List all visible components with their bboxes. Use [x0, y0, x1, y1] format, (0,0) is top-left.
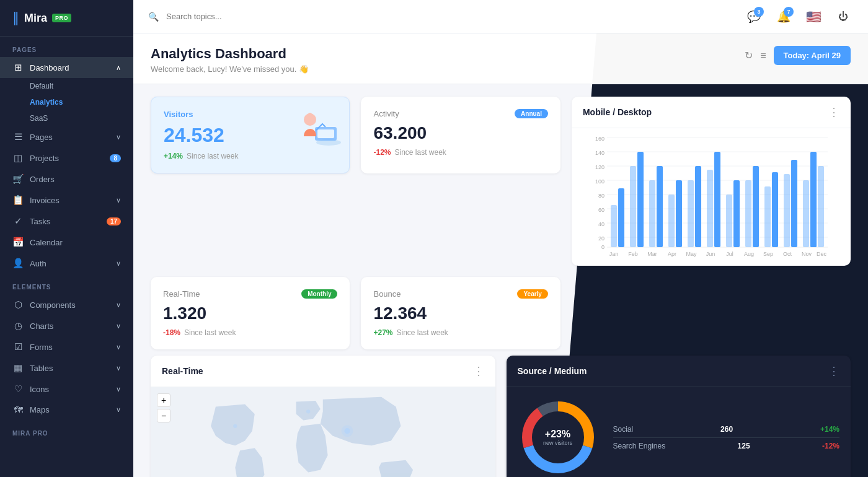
icons-icon: ♡ — [12, 383, 24, 395]
auth-icon: 👤 — [12, 258, 24, 269]
svg-text:Jan: Jan — [609, 251, 619, 257]
sidebar-item-orders[interactable]: 🛒 Orders — [0, 168, 133, 190]
bounce-change-value: +27% — [373, 328, 392, 337]
sidebar-item-analytics[interactable]: Analytics — [30, 94, 133, 110]
sidebar-item-dashboard[interactable]: ⊞ Dashboard ∧ — [0, 57, 133, 78]
search-input[interactable] — [166, 12, 737, 21]
bounce-label: Bounce — [373, 289, 401, 299]
svg-rect-23 — [611, 205, 617, 247]
activity-since: Since last week — [394, 148, 446, 157]
components-label: Components — [30, 300, 76, 310]
section-label-mirapro: MIRA PRO — [0, 420, 133, 440]
refresh-icon[interactable]: ↻ — [745, 50, 753, 61]
app-name: Mira — [24, 12, 47, 25]
components-icon: ⬡ — [12, 299, 24, 310]
sidebar-item-charts[interactable]: ◷ Charts ∨ — [0, 315, 133, 336]
page-title: Analytics Dashboard — [151, 46, 309, 62]
sidebar-item-maps[interactable]: 🗺 Maps ∨ — [0, 400, 133, 420]
sidebar-item-invoices[interactable]: 📋 Invoices ∨ — [0, 190, 133, 211]
lower-section: Real-Time ⋮ + − — [133, 356, 868, 477]
tasks-icon: ✓ — [12, 216, 24, 227]
realtime-badge: Monthly — [301, 289, 337, 299]
donut-center-sub: new visitors — [543, 440, 572, 446]
chart-card-mobile-desktop: Mobile / Desktop ⋮ 160 140 120 100 80 — [572, 97, 851, 266]
svg-text:120: 120 — [595, 164, 604, 170]
forms-label: Forms — [30, 343, 53, 352]
svg-rect-29 — [668, 195, 675, 247]
charts-icon: ◷ — [12, 320, 24, 331]
stat-card-bounce: Bounce Yearly 12.364 +27% Since last wee… — [361, 277, 560, 349]
alerts-badge: 7 — [784, 7, 794, 17]
svg-rect-33 — [707, 170, 713, 247]
notifications-button[interactable]: 💬 3 — [744, 7, 764, 27]
source-search-change: -12% — [822, 442, 839, 450]
dashboard-icon: ⊞ — [12, 62, 24, 73]
empty-space — [572, 277, 851, 349]
filter-icon[interactable]: ≡ — [760, 50, 766, 61]
charts-label: Charts — [30, 322, 53, 331]
svg-rect-43 — [803, 180, 809, 247]
realtime-change-value: -18% — [163, 328, 180, 337]
alerts-button[interactable]: 🔔 7 — [774, 7, 794, 27]
page-header-right: ↻ ≡ Today: April 29 — [745, 46, 851, 65]
mobile-desktop-title: Mobile / Desktop — [583, 107, 652, 117]
realtime-value: 1.320 — [163, 304, 337, 323]
svg-point-61 — [306, 409, 310, 413]
svg-rect-34 — [714, 152, 720, 247]
sidebar-item-projects[interactable]: ◫ Projects 8 — [0, 147, 133, 168]
bounce-value: 12.364 — [373, 304, 547, 323]
visitors-change-value: +14% — [164, 152, 183, 160]
activity-badge: Annual — [515, 109, 548, 118]
svg-rect-37 — [745, 180, 751, 247]
today-button[interactable]: Today: April 29 — [774, 46, 851, 65]
source-more-icon[interactable]: ⋮ — [828, 364, 839, 378]
svg-rect-25 — [630, 166, 636, 247]
sidebar-item-saas[interactable]: SaaS — [30, 110, 133, 126]
svg-text:100: 100 — [595, 178, 604, 185]
sidebar-item-forms[interactable]: ☑ Forms ∨ — [0, 336, 133, 357]
chevron-icon: ∧ — [116, 64, 121, 72]
sidebar-item-tables[interactable]: ▦ Tables ∨ — [0, 357, 133, 379]
sidebar-item-icons[interactable]: ♡ Icons ∨ — [0, 379, 133, 400]
world-map-svg — [151, 387, 495, 477]
sidebar-item-default[interactable]: Default — [30, 78, 133, 94]
invoices-chevron: ∨ — [116, 196, 121, 204]
pages-chevron: ∨ — [116, 133, 121, 141]
donut-center: +23% new visitors — [543, 429, 572, 446]
sidebar-item-tasks[interactable]: ✓ Tasks 17 — [0, 211, 133, 232]
map-zoom-in[interactable]: + — [157, 393, 170, 407]
page-header-left: Analytics Dashboard Welcome back, Lucy! … — [151, 46, 309, 74]
topbar-actions: 💬 3 🔔 7 🇺🇸 ⏻ — [744, 7, 853, 27]
orders-icon: 🛒 — [12, 173, 24, 185]
donut-center-text: +23% — [543, 429, 572, 440]
section-label-pages: PAGES — [0, 37, 133, 57]
realtime-since: Since last week — [184, 328, 236, 337]
topbar: 🔍 💬 3 🔔 7 🇺🇸 ⏻ — [133, 0, 868, 33]
svg-text:160: 160 — [595, 136, 604, 142]
stats-section: Visitors 24.532 +14% Since last week — [133, 84, 868, 356]
chart-header: Mobile / Desktop ⋮ — [572, 97, 851, 128]
stat-card-visitors: Visitors 24.532 +14% Since last week — [151, 97, 350, 173]
page-header: Analytics Dashboard Welcome back, Lucy! … — [133, 33, 868, 84]
language-button[interactable]: 🇺🇸 — [804, 7, 823, 27]
map-more-icon[interactable]: ⋮ — [473, 364, 484, 378]
invoices-icon: 📋 — [12, 195, 24, 206]
sidebar-item-auth[interactable]: 👤 Auth ∨ — [0, 253, 133, 274]
map-controls: + − — [157, 393, 170, 422]
chart-more-icon[interactable]: ⋮ — [828, 105, 839, 119]
sidebar-item-calendar[interactable]: 📅 Calendar — [0, 232, 133, 253]
svg-rect-39 — [764, 186, 771, 247]
power-button[interactable]: ⏻ — [833, 7, 853, 27]
svg-rect-31 — [688, 180, 694, 247]
map-zoom-out[interactable]: − — [157, 409, 170, 422]
icons-chevron: ∨ — [116, 385, 121, 393]
visitors-since: Since last week — [187, 152, 238, 160]
sidebar-item-pages[interactable]: ☰ Pages ∨ — [0, 126, 133, 147]
sidebar-item-components[interactable]: ⬡ Components ∨ — [0, 294, 133, 315]
bounce-since: Since last week — [397, 328, 448, 337]
calendar-label: Calendar — [30, 238, 63, 247]
maps-label: Maps — [30, 405, 50, 414]
bounce-change: +27% Since last week — [373, 328, 547, 337]
activity-change-value: -12% — [373, 148, 391, 157]
source-body: +23% new visitors Social 260 +14% — [507, 387, 851, 477]
